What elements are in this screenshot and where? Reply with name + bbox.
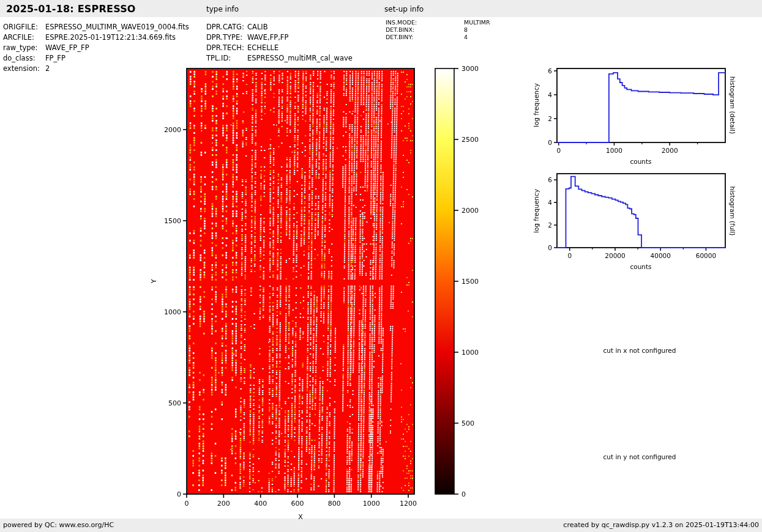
main-xaxis-label: X bbox=[298, 513, 303, 521]
file-info-label: do_class: bbox=[3, 53, 45, 64]
svg-text:400: 400 bbox=[254, 500, 267, 508]
file-info-value: WAVE_FP_FP bbox=[45, 43, 89, 52]
footer-right-text: created by qc_rawdisp.py v1.2.3 on 2025-… bbox=[563, 521, 759, 529]
footer-left-text: powered by QC: www.eso.org/HC bbox=[3, 521, 114, 529]
colorbar-gradient bbox=[435, 68, 454, 494]
svg-text:0: 0 bbox=[185, 500, 189, 508]
setup-info-label: INS.MODE: bbox=[386, 19, 464, 26]
file-info-value: ESPRESSO_MULTIMR_WAVE019_0004.fits bbox=[45, 23, 189, 31]
svg-text:1000: 1000 bbox=[363, 500, 380, 508]
setup-info-row: DET.BINY:4 bbox=[386, 34, 490, 41]
svg-text:20000: 20000 bbox=[605, 252, 625, 259]
type-info-label: DPR.CATG: bbox=[206, 22, 247, 32]
svg-text:4: 4 bbox=[548, 199, 552, 206]
file-info-row: ARCFILE:ESPRE.2025-01-19T12:21:34.669.fi… bbox=[3, 32, 189, 43]
type-info-value: CALIB bbox=[247, 23, 268, 31]
type-info-row: DPR.CATG:CALIB bbox=[206, 22, 353, 32]
type-info-row: TPL.ID:ESPRESSO_multiMR_cal_wave bbox=[206, 53, 353, 64]
svg-text:1200: 1200 bbox=[400, 500, 417, 508]
cut-y-message: cut in y not configured bbox=[603, 453, 676, 460]
type-info-label: TPL.ID: bbox=[206, 53, 247, 64]
hist-full-right-label: histogram (full) bbox=[729, 187, 736, 236]
setup-info-heading: set-up info bbox=[384, 5, 424, 13]
svg-text:600: 600 bbox=[291, 500, 304, 508]
main-yaxis-label: Y bbox=[150, 279, 158, 284]
svg-text:1000: 1000 bbox=[461, 349, 479, 357]
setup-info-value: 4 bbox=[464, 34, 468, 40]
setup-info-label: DET.BINY: bbox=[386, 34, 464, 41]
setup-info-row: DET.BINX:8 bbox=[386, 26, 490, 34]
svg-text:0: 0 bbox=[548, 139, 552, 146]
type-info-value: ECHELLE bbox=[247, 43, 278, 52]
type-info-row: DPR.TYPE:WAVE,FP,FP bbox=[206, 32, 353, 43]
setup-info-row: INS.MODE:MULTIMR bbox=[386, 19, 490, 26]
svg-text:4: 4 bbox=[548, 91, 552, 98]
svg-text:2000: 2000 bbox=[164, 126, 181, 134]
file-info-label: extension: bbox=[3, 64, 45, 74]
svg-text:1500: 1500 bbox=[461, 278, 479, 286]
svg-text:200: 200 bbox=[217, 500, 230, 508]
hist-detail-xaxis-label: counts bbox=[630, 158, 651, 165]
hist-detail-right-label: histogram (detail) bbox=[729, 76, 736, 134]
file-info-label: ORIGFILE: bbox=[3, 22, 45, 32]
type-info-value: WAVE,FP,FP bbox=[247, 33, 288, 42]
type-info-label: DPR.TECH: bbox=[206, 43, 247, 53]
cut-x-message: cut in x not configured bbox=[603, 347, 676, 354]
type-info-value: ESPRESSO_multiMR_cal_wave bbox=[247, 54, 353, 62]
qc-report-page: 2025-01-18: ESPRESSO type info set-up in… bbox=[0, 0, 762, 532]
file-info-row: do_class:FP_FP bbox=[3, 53, 189, 64]
svg-text:0: 0 bbox=[177, 490, 181, 498]
setup-info-label: DET.BINX: bbox=[386, 26, 464, 34]
file-info-row: extension:2 bbox=[3, 64, 189, 74]
file-info-value: ESPRE.2025-01-19T12:21:34.669.fits bbox=[45, 33, 176, 42]
svg-text:1000: 1000 bbox=[164, 308, 181, 316]
page-title: 2025-01-18: ESPRESSO bbox=[6, 3, 136, 15]
svg-text:1500: 1500 bbox=[164, 217, 181, 225]
file-info-row: raw_type:WAVE_FP_FP bbox=[3, 43, 189, 53]
svg-text:1000: 1000 bbox=[606, 147, 622, 154]
file-info-label: ARCFILE: bbox=[3, 32, 45, 43]
type-info-block: DPR.CATG:CALIB DPR.TYPE:WAVE,FP,FP DPR.T… bbox=[206, 22, 353, 64]
hist-full-yaxis-label: log frequency bbox=[532, 189, 540, 233]
svg-text:500: 500 bbox=[461, 419, 474, 427]
file-info-value: 2 bbox=[45, 64, 50, 73]
svg-text:60000: 60000 bbox=[696, 252, 716, 259]
type-info-heading: type info bbox=[206, 5, 239, 13]
svg-text:6: 6 bbox=[548, 67, 552, 75]
svg-text:0: 0 bbox=[548, 244, 552, 251]
file-info-block: ORIGFILE:ESPRESSO_MULTIMR_WAVE019_0004.f… bbox=[3, 22, 189, 74]
svg-text:6: 6 bbox=[548, 176, 552, 183]
svg-text:800: 800 bbox=[328, 500, 341, 508]
svg-text:2: 2 bbox=[548, 221, 552, 229]
file-info-value: FP_FP bbox=[45, 54, 65, 62]
file-info-label: raw_type: bbox=[3, 43, 45, 53]
setup-info-value: MULTIMR bbox=[464, 19, 490, 26]
svg-text:2500: 2500 bbox=[461, 136, 479, 144]
setup-info-block: INS.MODE:MULTIMR DET.BINX:8 DET.BINY:4 bbox=[386, 19, 490, 41]
svg-text:500: 500 bbox=[168, 399, 181, 407]
hist-full-xaxis-label: counts bbox=[630, 263, 651, 270]
svg-text:40000: 40000 bbox=[651, 252, 671, 259]
hist-detail-yaxis-label: log frequency bbox=[532, 83, 540, 127]
svg-text:3000: 3000 bbox=[461, 65, 479, 73]
svg-text:0: 0 bbox=[461, 490, 466, 498]
svg-text:2: 2 bbox=[548, 115, 552, 122]
type-info-row: DPR.TECH:ECHELLE bbox=[206, 43, 353, 53]
svg-text:2000: 2000 bbox=[461, 207, 479, 215]
file-info-row: ORIGFILE:ESPRESSO_MULTIMR_WAVE019_0004.f… bbox=[3, 22, 189, 32]
svg-text:0: 0 bbox=[556, 147, 561, 154]
setup-info-value: 8 bbox=[464, 26, 468, 33]
raw-image-canvas bbox=[187, 69, 414, 494]
svg-text:0: 0 bbox=[567, 252, 572, 259]
svg-text:2000: 2000 bbox=[662, 147, 678, 154]
type-info-label: DPR.TYPE: bbox=[206, 32, 247, 43]
